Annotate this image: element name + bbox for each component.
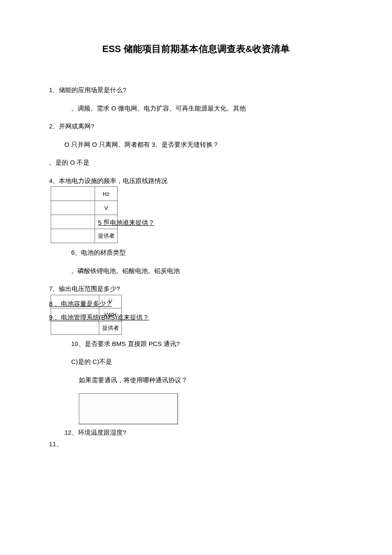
- bms-provider-label: 提供者: [99, 321, 122, 334]
- q8-label: 8 、电池容量是多少？: [49, 300, 112, 308]
- q2-label: 2、并网或离网?: [49, 122, 343, 131]
- q9-label: 9 、电池管理系统(BMS)谁来提供？: [49, 314, 149, 322]
- q11-label: 11、: [49, 440, 343, 448]
- freq-unit: Hz: [95, 187, 118, 201]
- q10-label: 10、是否要求 BMS 直接跟 PCS 通讯?: [49, 339, 343, 349]
- q6-label: 6、电池的材质类型: [49, 248, 343, 258]
- q1-label: 1、储能的应用场景是什么?: [49, 85, 343, 95]
- q3-answer: 。是的 O 不是: [49, 158, 343, 168]
- q4-label: 4、本地电力设施的频率，电压跟线路情况: [49, 176, 343, 186]
- q2-options: O 只并网 O 只离网。两者都有 3、是否要求无缝转换？: [49, 140, 343, 150]
- provider-label: 提供者: [95, 229, 118, 243]
- q7-label: 7、输出电压范围是多少?: [49, 284, 343, 294]
- q10-options: C)是的 C)不是: [49, 357, 343, 367]
- q5-label: 5 、电池谁来提供？: [98, 219, 155, 227]
- q10-sub: 如果需要通讯，将使用哪种通讯协议？: [49, 375, 343, 385]
- protocol-input-box[interactable]: [79, 393, 178, 424]
- voltage-unit: V: [95, 201, 118, 215]
- facility-table: Hz V 相 提供者: [51, 186, 118, 243]
- page-title: ESS 储能项目前期基本信息调查表&收资清单: [49, 43, 343, 55]
- q6-options: 。磷酸铁锂电池。铅酸电池。铅炭电池: [49, 266, 343, 276]
- q12-label: 12、环境温度跟湿度?: [64, 429, 343, 437]
- q1-options: 。调频。需求 O 微电网。电力扩容。可再生能源最大化。其他: [49, 104, 343, 113]
